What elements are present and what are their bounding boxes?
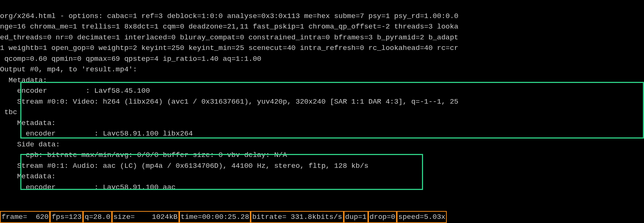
cpb-line: cpb: bitrate max/min/avg: 0/0/0 buffer s… <box>0 151 287 159</box>
video-encoder-line: encoder : Lavc58.91.100 libx264 <box>0 130 193 138</box>
x264-options-line-1: org/x264.html - options: cabac=1 ref=3 d… <box>0 12 458 20</box>
stat-speed: speed=5.03x <box>397 211 447 223</box>
terminal-output: org/x264.html - options: cabac=1 ref=3 d… <box>0 0 644 193</box>
side-data-label: Side data: <box>0 140 60 149</box>
stat-time: time=00:00:25.28 <box>179 211 251 223</box>
video-metadata-label: Metadata: <box>0 119 56 127</box>
x264-options-line-5: qcomp=0.60 qpmin=0 qpmax=69 qpstep=4 ip_… <box>0 55 262 63</box>
stream-video-line: Stream #0:0: Video: h264 (libx264) (avc1… <box>0 98 458 106</box>
stat-fps: fps=123 <box>50 211 83 223</box>
stat-frame: frame= 620 <box>0 211 50 223</box>
ffmpeg-progress-bar: frame= 620 fps=123 q=28.0 size= 1024kB t… <box>0 211 644 223</box>
metadata-label: Metadata: <box>0 76 47 84</box>
stream-audio-line: Stream #0:1: Audio: aac (LC) (mp4a / 0x6… <box>0 162 369 170</box>
stat-q: q=28.0 <box>83 211 112 223</box>
x264-options-line-4: 1 weightb=1 open_gop=0 weightp=2 keyint=… <box>0 44 458 52</box>
stat-bitrate: bitrate= 331.8kbits/s <box>251 211 343 223</box>
output-header-line: Output #0, mp4, to 'result.mp4': <box>0 65 137 74</box>
x264-options-line-3: ed_threads=0 nr=0 decimate=1 interlaced=… <box>0 33 458 42</box>
stat-size: size= 1024kB <box>112 211 179 223</box>
stat-dup: dup=1 <box>344 211 368 223</box>
audio-encoder-line: encoder : Lavc58.91.100 aac <box>0 183 175 191</box>
encoder-lavf-line: encoder : Lavf58.45.100 <box>0 87 150 95</box>
tbc-line: tbc <box>0 108 17 116</box>
x264-options-line-2: nge=16 chroma_me=1 trellis=1 8x8dct=1 cq… <box>0 23 458 31</box>
stat-drop: drop=0 <box>368 211 397 223</box>
audio-metadata-label: Metadata: <box>0 172 56 181</box>
